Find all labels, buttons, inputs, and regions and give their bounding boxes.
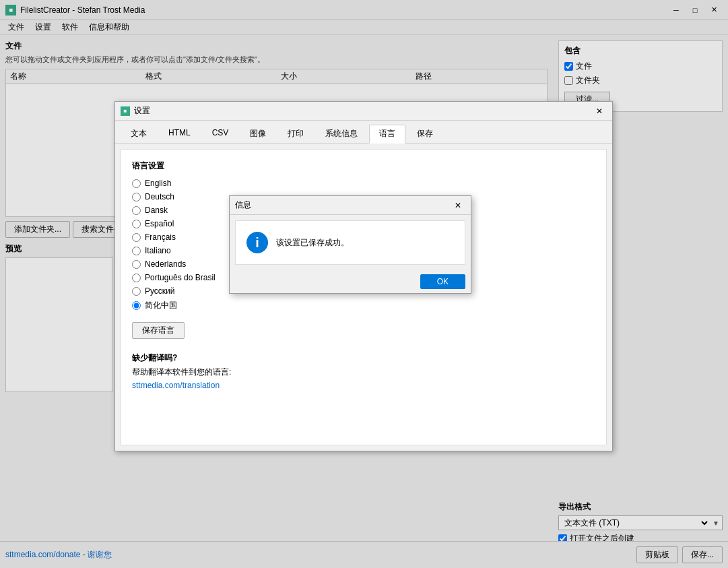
lang-espanol-radio[interactable]: [132, 220, 141, 228]
lang-chinese-row: 简化中国: [132, 300, 595, 311]
tab-sysinfo[interactable]: 系统信息: [315, 125, 368, 143]
lang-english-radio[interactable]: [132, 179, 141, 188]
lang-russian-label: Русский: [145, 286, 175, 296]
settings-dialog-title: 设置: [134, 105, 592, 117]
tab-language[interactable]: 语言: [369, 125, 405, 144]
tab-save[interactable]: 保存: [407, 125, 443, 143]
info-icon: i: [246, 232, 268, 253]
missing-text: 帮助翻译本软件到您的语言:: [132, 367, 595, 378]
lang-russian-radio[interactable]: [132, 287, 141, 296]
lang-chinese-radio[interactable]: [132, 301, 141, 310]
translation-link[interactable]: sttmedia.com/translation: [132, 381, 220, 390]
tab-text[interactable]: 文本: [121, 125, 157, 143]
lang-francais-radio[interactable]: [132, 233, 141, 242]
lang-deutsch-label: Deutsch: [145, 192, 174, 201]
lang-espanol-label: Español: [145, 219, 174, 228]
lang-italiano-label: Italiano: [145, 246, 171, 255]
settings-content: 语言设置 English Deutsch Dansk Español Franç…: [121, 149, 607, 445]
ok-button[interactable]: OK: [420, 274, 465, 289]
lang-chinese-label: 简化中国: [145, 300, 177, 311]
lang-english-row: English: [132, 179, 595, 188]
settings-dialog-icon: ■: [121, 106, 130, 116]
settings-tab-bar: 文本 HTML CSV 图像 打印 系统信息 语言 保存: [115, 121, 612, 144]
info-message: 该设置已保存成功。: [276, 237, 349, 249]
lang-francais-label: Français: [145, 232, 176, 242]
lang-deutsch-radio[interactable]: [132, 193, 141, 201]
tab-html[interactable]: HTML: [158, 125, 201, 143]
lang-english-label: English: [145, 179, 171, 188]
lang-portuguese-label: Português do Brasil: [145, 273, 216, 282]
info-title-bar: 信息 ✕: [230, 196, 471, 215]
lang-dansk-radio[interactable]: [132, 206, 141, 215]
lang-nederlands-label: Nederlands: [145, 259, 186, 269]
settings-title-bar: ■ 设置 ✕: [115, 102, 612, 121]
lang-nederlands-radio[interactable]: [132, 260, 141, 269]
tab-csv[interactable]: CSV: [202, 125, 239, 143]
lang-italiano-radio[interactable]: [132, 247, 141, 255]
info-dialog-title: 信息: [235, 199, 451, 211]
lang-dansk-label: Dansk: [145, 206, 168, 215]
lang-section-title: 语言设置: [132, 160, 595, 172]
info-body: i 该设置已保存成功。: [235, 220, 465, 265]
info-footer: OK: [230, 270, 471, 293]
save-language-button[interactable]: 保存语言: [132, 322, 185, 339]
tab-print[interactable]: 打印: [277, 125, 314, 143]
tab-image[interactable]: 图像: [240, 125, 276, 143]
missing-section: 缺少翻译吗? 帮助翻译本软件到您的语言: sttmedia.com/transl…: [132, 352, 595, 390]
missing-title: 缺少翻译吗?: [132, 352, 595, 364]
settings-close-button[interactable]: ✕: [592, 105, 607, 117]
info-dialog: 信息 ✕ i 该设置已保存成功。 OK: [229, 195, 471, 294]
lang-portuguese-radio[interactable]: [132, 274, 141, 282]
info-close-button[interactable]: ✕: [451, 199, 465, 212]
